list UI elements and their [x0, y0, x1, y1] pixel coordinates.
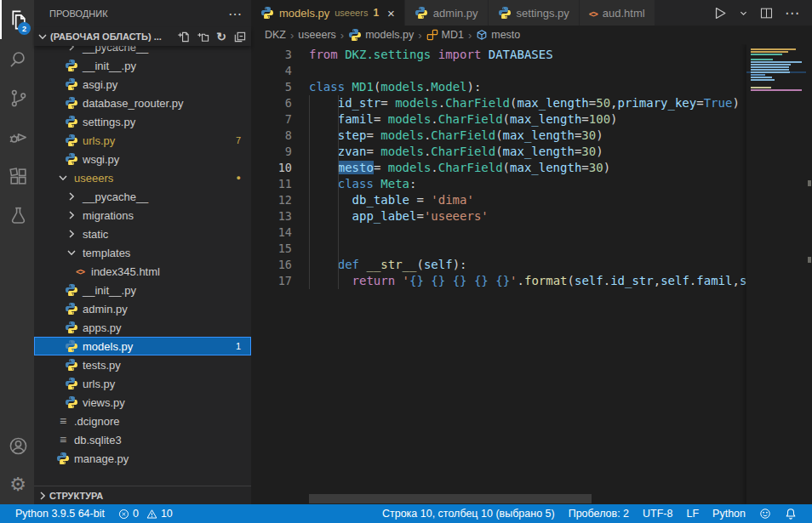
- indent-guide: [309, 241, 310, 257]
- tree-folder-templates[interactable]: templates: [34, 243, 251, 262]
- breadcrumb: DKZ›useeers›models.py›MD1›mesto: [251, 26, 812, 44]
- code-line: 3from DKZ.settings import DATABASES: [251, 47, 812, 63]
- chevron-right-icon: [65, 190, 78, 203]
- close-icon[interactable]: ×: [387, 7, 395, 20]
- breadcrumb-label: useeers: [298, 29, 335, 41]
- breadcrumb-item-DKZ[interactable]: DKZ: [265, 29, 286, 41]
- run-dropdown[interactable]: [739, 9, 748, 18]
- python-file-icon: [65, 96, 78, 110]
- activity-item-explorer[interactable]: 2: [0, 0, 34, 39]
- code-line: 12 db_table = 'dima': [251, 192, 812, 208]
- tree-item-label: database_roouter.py: [83, 97, 184, 110]
- activity-item-extensions[interactable]: [0, 156, 34, 196]
- breadcrumb-item-mesto[interactable]: mesto: [476, 29, 520, 41]
- activity-item-testing[interactable]: [0, 196, 34, 235]
- workspace-section-header[interactable]: (РАБОЧАЯ ОБЛАСТЬ) ... ↻: [34, 27, 251, 46]
- tab-aud-html[interactable]: <>aud.html: [580, 0, 655, 26]
- tree-folder--pycache-[interactable]: __pycache__: [34, 46, 251, 56]
- tree-file-admin-py[interactable]: admin.py: [34, 299, 251, 318]
- status-cursor-position[interactable]: Строка 10, столбец 10 (выбрано 5): [375, 504, 562, 523]
- tree-file-urls-py[interactable]: urls.py7: [34, 131, 251, 150]
- status-language-mode[interactable]: Python: [706, 504, 752, 523]
- indent-guide: [338, 176, 339, 192]
- bell-icon: [785, 508, 797, 520]
- more-actions-button[interactable]: ⋯: [785, 4, 800, 22]
- minimap-line: [746, 82, 806, 83]
- minimap-bar: [751, 66, 789, 68]
- tree-item-label: static: [83, 228, 108, 241]
- tree-folder--pycache-[interactable]: __pycache__: [34, 187, 251, 206]
- activity-item-search[interactable]: [0, 39, 34, 78]
- tree-file--init-py[interactable]: __init__.py: [34, 281, 251, 299]
- tree-file-tests-py[interactable]: tests.py: [34, 355, 251, 374]
- new-file-button[interactable]: [177, 31, 190, 43]
- activity-badge: 2: [18, 22, 31, 35]
- breadcrumb-item-models-py[interactable]: models.py: [348, 28, 414, 42]
- indent-guide: [309, 225, 310, 241]
- tree-item-label: asgi.py: [83, 78, 117, 91]
- tree-file--init-py[interactable]: __init__.py: [34, 56, 251, 75]
- html-file-icon: <>: [73, 267, 87, 276]
- tab-models-py[interactable]: models.pyuseeers1×: [251, 0, 404, 26]
- tree-file-views-py[interactable]: views.py: [34, 393, 251, 412]
- tabs: models.pyuseeers1×admin.pysettings.py<>a…: [251, 0, 655, 26]
- tree-folder-useeers[interactable]: useeers●: [34, 168, 251, 187]
- breadcrumb-item-useeers[interactable]: useeers: [298, 29, 335, 41]
- minimap-line: [746, 61, 806, 63]
- activity-item-source-control[interactable]: [0, 78, 34, 117]
- activity-item-settings[interactable]: ⚙: [0, 465, 34, 504]
- tree-file-settings-py[interactable]: settings.py: [34, 112, 251, 131]
- activity-item-accounts[interactable]: [0, 426, 34, 465]
- horizontal-scrollbar[interactable]: [309, 494, 592, 503]
- python-file-icon: [65, 339, 78, 353]
- status-encoding[interactable]: UTF-8: [636, 504, 679, 523]
- new-folder-button[interactable]: [197, 31, 209, 43]
- tab-admin-py[interactable]: admin.py: [405, 0, 488, 26]
- status-eol[interactable]: LF: [679, 504, 706, 523]
- extensions-icon: [8, 166, 29, 187]
- tree-folder-static[interactable]: static: [34, 225, 251, 243]
- activity-bar: 2⚙: [0, 0, 34, 504]
- split-editor-button[interactable]: [759, 6, 774, 20]
- code-line: 7 famil= models.CharField(max_length=100…: [251, 111, 812, 128]
- tree-item-label: .dcignore: [74, 415, 119, 428]
- status-feedback[interactable]: [752, 504, 778, 523]
- activity-item-run-debug[interactable]: [0, 117, 34, 156]
- minimap[interactable]: [746, 44, 806, 504]
- tree-file-asgi-py[interactable]: asgi.py: [34, 75, 251, 94]
- tree-folder-migrations[interactable]: migrations: [34, 206, 251, 225]
- code-content: def __str__(self):: [309, 257, 466, 273]
- minimap-bar: [751, 59, 773, 60]
- problems-badge: 7: [236, 135, 241, 145]
- status-problems[interactable]: 010: [112, 504, 180, 523]
- tab-settings-py[interactable]: settings.py: [489, 0, 579, 26]
- collapse-all-button[interactable]: [233, 31, 246, 43]
- tree-file--dcignore[interactable]: ≡.dcignore: [34, 412, 251, 430]
- tree-file-db-sqlite3[interactable]: ≡db.sqlite3: [34, 430, 251, 449]
- breadcrumb-item-MD1[interactable]: MD1: [426, 29, 464, 41]
- tree-file-manage-py[interactable]: manage.py: [34, 449, 251, 468]
- refresh-button[interactable]: ↻: [216, 30, 226, 43]
- tree-file-index345-html[interactable]: <>index345.html: [34, 262, 251, 281]
- overview-ruler: [806, 44, 812, 504]
- python-file-icon: [65, 283, 78, 297]
- status-notifications[interactable]: [778, 504, 803, 523]
- sidebar-more-actions-button[interactable]: ⋯: [228, 6, 243, 22]
- debug-icon: [7, 126, 29, 148]
- tree-file-wsgi-py[interactable]: wsgi.py: [34, 150, 251, 168]
- chevron-right-icon: [65, 227, 78, 241]
- tree-file-database-roouter-py[interactable]: database_roouter.py: [34, 94, 251, 112]
- code-line: 16 def __str__(self):: [251, 257, 812, 273]
- indent-guide: [338, 192, 339, 208]
- status-python-interpreter[interactable]: Python 3.9.5 64-bit: [9, 504, 112, 523]
- run-button[interactable]: [712, 5, 728, 21]
- tree-file-apps-py[interactable]: apps.py: [34, 318, 251, 337]
- tree-file-models-py[interactable]: models.py1: [34, 337, 251, 355]
- status-indentation[interactable]: Пробелов: 2: [562, 504, 636, 523]
- tree-item-label: migrations: [83, 209, 134, 222]
- tree-file-urls-py[interactable]: urls.py: [34, 374, 251, 393]
- outline-section-header[interactable]: СТРУКТУРА: [34, 486, 251, 504]
- feedback-icon: [759, 508, 771, 520]
- minimap-line: [746, 54, 806, 55]
- code-editor[interactable]: 3from DKZ.settings import DATABASES45cla…: [251, 44, 812, 504]
